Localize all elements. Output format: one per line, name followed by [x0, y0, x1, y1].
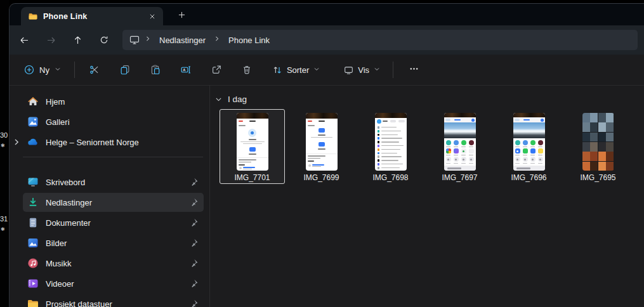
tab-phone-link[interactable]: Phone Link: [21, 7, 163, 25]
back-button[interactable]: [13, 30, 35, 50]
refresh-button[interactable]: [93, 30, 115, 50]
pin-icon: [188, 218, 199, 228]
monitor-icon: [129, 34, 140, 46]
file-tile-img_7699[interactable]: IMG_7699: [289, 109, 354, 184]
sidebar-section-separator: [23, 157, 203, 157]
desktop-item-label-fragment: 30: [0, 131, 8, 139]
navigation-bar: Nedlastinger Phone Link: [10, 25, 644, 55]
folder-icon: [27, 297, 39, 307]
sidebar-item-label: Videoer: [46, 279, 188, 289]
thumbnail-image: [444, 113, 476, 171]
copy-icon: [119, 64, 131, 75]
pin-icon: [188, 278, 199, 289]
pin-icon: [188, 238, 199, 248]
cut-button[interactable]: [81, 58, 108, 82]
chevron-right-icon: [213, 34, 221, 46]
sidebar-item-label: Skrivebord: [46, 178, 188, 187]
sidebar-item-videoer[interactable]: Videoer: [23, 274, 204, 293]
sidebar-item-label: Bilder: [46, 238, 188, 248]
desktop-background: 30 ✱ 31 ✱: [0, 0, 9, 307]
sidebar-item-label: Hjem: [46, 97, 199, 107]
share-icon: [211, 64, 222, 75]
more-options-button[interactable]: [401, 58, 426, 81]
sidebar-item-label: Musikk: [46, 259, 188, 268]
home-icon: [27, 95, 39, 108]
sidebar-item-prosjekt-datastuer[interactable]: Prosjekt datastuer: [23, 294, 204, 307]
file-name-label: IMG_7699: [289, 173, 353, 182]
pin-icon: [188, 197, 199, 207]
sidebar-item-label: Prosjekt datastuer: [46, 299, 188, 307]
file-name-label: IMG_7697: [428, 173, 492, 182]
sidebar-item-skrivebord[interactable]: Skrivebord: [23, 173, 204, 192]
sort-button[interactable]: Sorter: [266, 60, 326, 80]
sidebar-item-bilder[interactable]: Bilder: [23, 233, 204, 252]
gallery-icon: [27, 115, 39, 128]
downloads-icon: [27, 196, 39, 209]
expand-chevron-icon[interactable]: [11, 137, 22, 147]
delete-icon: [241, 64, 253, 75]
sidebar-item-galleri[interactable]: Galleri: [23, 112, 204, 131]
view-button-label: Vis: [358, 65, 369, 75]
file-tile-img_7698[interactable]: IMG_7698: [358, 109, 423, 184]
share-button[interactable]: [203, 58, 230, 82]
music-icon: [27, 257, 39, 270]
cut-icon: [89, 64, 100, 75]
breadcrumb-segment[interactable]: Phone Link: [225, 34, 273, 46]
paste-button[interactable]: [142, 58, 169, 82]
group-header[interactable]: I dag: [214, 92, 644, 106]
sidebar-item-label: Nedlastinger: [46, 198, 188, 207]
breadcrumb-segment[interactable]: Nedlastinger: [155, 34, 209, 46]
close-icon[interactable]: [145, 10, 159, 23]
address-bar[interactable]: Nedlastinger Phone Link: [122, 30, 638, 50]
view-icon: [343, 65, 354, 75]
sort-button-label: Sorter: [287, 65, 309, 75]
file-list-area: I dag IMG_7701IMG_7699IMG_7698IMG_7697IM…: [210, 86, 644, 307]
forward-button[interactable]: [40, 30, 62, 50]
rename-button[interactable]: [173, 58, 199, 82]
sidebar-item-label: Dokumenter: [46, 218, 188, 228]
desktop-item-label-fragment: 31: [0, 215, 8, 223]
copy-button[interactable]: [112, 58, 138, 82]
thumbnail-image: [375, 113, 407, 171]
documents-icon: [27, 216, 39, 229]
file-tile-img_7696[interactable]: IMG_7696: [496, 109, 562, 184]
file-name-label: IMG_7695: [566, 173, 630, 182]
view-button[interactable]: Vis: [338, 60, 386, 80]
paste-icon: [150, 64, 161, 75]
sidebar-item-nedlastinger[interactable]: Nedlastinger: [23, 193, 204, 212]
command-toolbar: Ny Sorter Vis: [10, 55, 644, 86]
sidebar-item-label: Helge – Seniornett Norge: [46, 138, 199, 147]
file-tile-img_7697[interactable]: IMG_7697: [427, 109, 492, 184]
tab-title: Phone Link: [43, 12, 140, 21]
desktop-icon: [27, 176, 39, 188]
chevron-right-icon: [143, 34, 152, 46]
sidebar-item-onedrive-helge[interactable]: Helge – Seniornett Norge: [23, 133, 204, 152]
sidebar-item-musikk[interactable]: Musikk: [23, 254, 204, 273]
group-header-label: I dag: [228, 95, 247, 104]
file-name-label: IMG_7698: [358, 173, 423, 182]
ellipsis-icon: [409, 63, 419, 76]
thumbnail-image: [513, 113, 545, 171]
onedrive-icon: [27, 136, 39, 148]
thumbnail-image: [306, 113, 338, 171]
pictures-icon: [27, 237, 39, 249]
up-button[interactable]: [67, 30, 88, 50]
file-tile-img_7695[interactable]: IMG_7695: [565, 109, 631, 184]
delete-button[interactable]: [233, 58, 260, 82]
file-tile-img_7701[interactable]: IMG_7701: [220, 109, 285, 184]
plus-circle-icon: [23, 64, 35, 75]
window-body: HjemGalleriHelge – Seniornett NorgeSkriv…: [10, 86, 644, 307]
new-tab-button[interactable]: [173, 6, 190, 23]
pin-icon: [188, 177, 199, 187]
sort-arrows-icon: [272, 65, 283, 75]
file-name-label: IMG_7701: [220, 173, 284, 182]
sidebar-item-dokumenter[interactable]: Dokumenter: [23, 213, 204, 232]
chevron-down-icon: [313, 65, 320, 75]
new-button[interactable]: Ny: [17, 60, 68, 80]
file-name-label: IMG_7696: [497, 173, 561, 182]
folder-icon: [28, 11, 38, 22]
tab-bar: Phone Link: [10, 4, 644, 25]
chevron-down-icon: [214, 95, 223, 103]
file-explorer-window: Phone Link Nedlastin: [9, 3, 644, 307]
sidebar-item-hjem[interactable]: Hjem: [23, 92, 204, 111]
